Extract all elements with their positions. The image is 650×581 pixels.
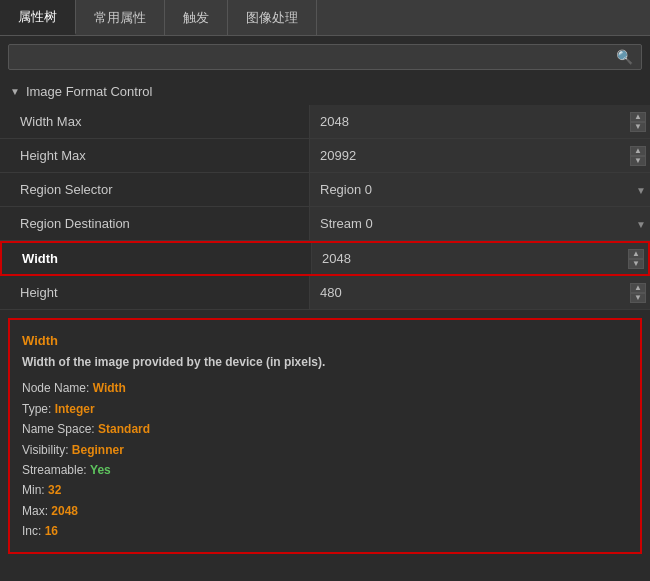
- value-height[interactable]: ▲ ▼: [310, 276, 650, 309]
- input-region-destination[interactable]: [316, 214, 644, 233]
- label-width: Width: [2, 243, 312, 274]
- spinner-down-width-max[interactable]: ▼: [630, 122, 646, 132]
- spinner-up-width[interactable]: ▲: [628, 249, 644, 259]
- property-row-height: Height ▲ ▼: [0, 276, 650, 310]
- property-row-region-selector: Region Selector ▼: [0, 173, 650, 207]
- info-title: Width: [22, 330, 628, 352]
- tab-image-processing[interactable]: 图像处理: [228, 0, 317, 35]
- property-row-width: Width ▲ ▼: [0, 241, 650, 276]
- tab-properties-tree[interactable]: 属性树: [0, 0, 76, 35]
- input-width-max[interactable]: [316, 112, 644, 131]
- info-panel: Width Width of the image provided by the…: [8, 318, 642, 554]
- value-region-destination[interactable]: ▼: [310, 207, 650, 240]
- info-row-min: Min: 32: [22, 480, 628, 500]
- search-bar: 🔍: [8, 44, 642, 70]
- info-row-max: Max: 2048: [22, 501, 628, 521]
- collapse-arrow-icon: ▼: [10, 86, 20, 97]
- spinner-down-height[interactable]: ▼: [630, 293, 646, 303]
- property-row-width-max: Width Max ▲ ▼: [0, 105, 650, 139]
- info-row-visibility: Visibility: Beginner: [22, 440, 628, 460]
- value-region-selector[interactable]: ▼: [310, 173, 650, 206]
- tab-trigger[interactable]: 触发: [165, 0, 228, 35]
- input-region-selector[interactable]: [316, 180, 644, 199]
- search-icon: 🔍: [616, 49, 633, 65]
- spinner-up-height[interactable]: ▲: [630, 283, 646, 293]
- property-row-height-max: Height Max ▲ ▼: [0, 139, 650, 173]
- spinner-down-width[interactable]: ▼: [628, 259, 644, 269]
- info-row-inc: Inc: 16: [22, 521, 628, 541]
- value-width[interactable]: ▲ ▼: [312, 243, 648, 274]
- property-row-region-destination: Region Destination ▼: [0, 207, 650, 241]
- spinner-width-max: ▲ ▼: [630, 112, 646, 132]
- value-width-max[interactable]: ▲ ▼: [310, 105, 650, 138]
- spinner-up-width-max[interactable]: ▲: [630, 112, 646, 122]
- input-width[interactable]: [318, 249, 642, 268]
- label-width-max: Width Max: [0, 105, 310, 138]
- info-row-namespace: Name Space: Standard: [22, 419, 628, 439]
- label-height-max: Height Max: [0, 139, 310, 172]
- spinner-height: ▲ ▼: [630, 283, 646, 303]
- input-height-max[interactable]: [316, 146, 644, 165]
- info-row-streamable: Streamable: Yes: [22, 460, 628, 480]
- property-list: Width Max ▲ ▼ Height Max ▲ ▼ Region Sele…: [0, 105, 650, 310]
- section-header-image-format[interactable]: ▼ Image Format Control: [0, 78, 650, 105]
- info-row-type: Type: Integer: [22, 399, 628, 419]
- section-label: Image Format Control: [26, 84, 152, 99]
- spinner-height-max: ▲ ▼: [630, 146, 646, 166]
- info-description: Width of the image provided by the devic…: [22, 352, 628, 372]
- label-height: Height: [0, 276, 310, 309]
- spinner-up-height-max[interactable]: ▲: [630, 146, 646, 156]
- label-region-selector: Region Selector: [0, 173, 310, 206]
- tab-common-properties[interactable]: 常用属性: [76, 0, 165, 35]
- label-region-destination: Region Destination: [0, 207, 310, 240]
- search-input[interactable]: [17, 50, 616, 65]
- tab-bar: 属性树 常用属性 触发 图像处理: [0, 0, 650, 36]
- spinner-width: ▲ ▼: [628, 249, 644, 269]
- info-row-node-name: Node Name: Width: [22, 378, 628, 398]
- value-height-max[interactable]: ▲ ▼: [310, 139, 650, 172]
- input-height[interactable]: [316, 283, 644, 302]
- spinner-down-height-max[interactable]: ▼: [630, 156, 646, 166]
